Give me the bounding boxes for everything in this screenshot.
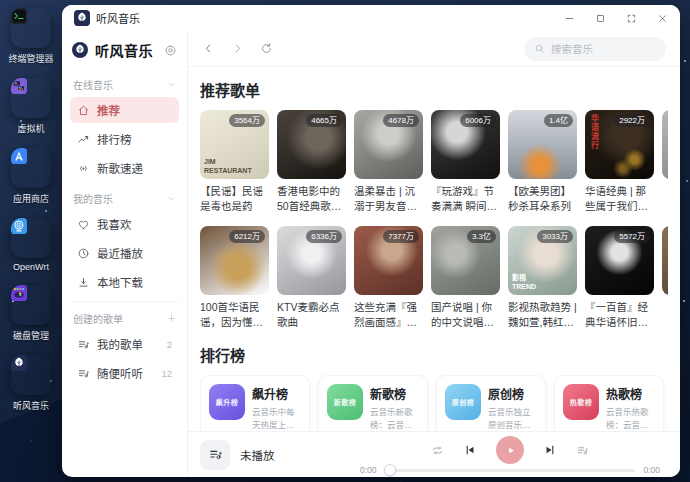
dock: 终端管理器虚拟机应用商店OpenWrt磁盘管理听风音乐 [0,0,62,482]
nav-back-button[interactable] [202,42,215,55]
playlist-card-clipped[interactable] [662,110,668,214]
desktop: 终端管理器虚拟机应用商店OpenWrt磁盘管理听风音乐 听风音乐 听风音乐 [0,0,690,482]
previous-track-button[interactable] [463,443,477,457]
fullscreen-button[interactable] [626,13,637,24]
playlist-cover[interactable]: 1.4亿 [508,110,577,179]
chevron-down-icon[interactable] [167,194,176,203]
sidebar-item-随便听听[interactable]: 随便听听12 [70,360,179,386]
window-controls [564,13,668,24]
current-playlist-button[interactable] [576,444,589,457]
progress-slider[interactable] [385,469,636,472]
playlist-cover[interactable]: 6212万 [200,226,269,295]
playlist-card[interactable]: 7377万这些充满『强烈画面感』的音乐 [354,226,423,330]
playlist-cover[interactable]: 4665万 [277,110,346,179]
sidebar-item-排行榜[interactable]: 排行榜 [70,126,179,152]
dock-item-openwrt[interactable]: OpenWrt [11,218,51,272]
playlist-title: 『玩游戏』节奏满满 瞬间爆炸 [431,184,500,214]
sidebar-item-推荐[interactable]: 推荐 [70,97,179,123]
dock-item-label: 听风音乐 [13,399,49,412]
play-count-badge: 1.4亿 [544,114,573,127]
cover-overlay-text: 影视 TREND [512,274,536,291]
playlist-card[interactable]: 6006万『玩游戏』节奏满满 瞬间爆炸 [431,110,500,214]
rank-description: 云音乐热歌榜：云音乐用... [606,406,655,431]
sidebar-item-我的歌单[interactable]: 我的歌单2 [70,331,179,357]
chevron-down-icon[interactable] [167,80,176,89]
playlist-icon [77,338,90,351]
playlist-cover[interactable]: 3564万JIM RESTAURANT [200,110,269,179]
playlist-cover [662,226,668,295]
play-count-badge: 6006万 [460,114,496,127]
cover-overlay-text: JIM RESTAURANT [204,158,252,175]
play-count-badge: 3.3亿 [467,230,496,243]
next-track-button[interactable] [543,443,557,457]
sidebar-item-label: 新歌速递 [97,160,143,176]
playlist-card[interactable]: 1.4亿【欧美男团】秒杀耳朵系列 [508,110,577,214]
close-button[interactable] [657,13,668,24]
sidebar-item-我喜欢[interactable]: 我喜欢 [70,211,179,237]
playlist-card[interactable]: 4665万香港电影中的50首经典歌曲 [追忆录] [277,110,346,214]
search-box[interactable] [524,37,666,61]
playlist-card[interactable]: 2922万华语流行华语经典 | 那些属于我们青春的一首歌... [585,110,654,214]
playlist-row-1: 3564万JIM RESTAURANT【民谣】民谣是毒也是药4665万香港电影中… [200,110,668,214]
rank-card-飙升榜[interactable]: 飙升榜飙升榜云音乐中每天热度上升最快... [200,375,310,431]
rank-name: 热歌榜 [606,385,655,402]
clock-icon [77,247,90,260]
playlist-cover[interactable]: 7377万 [354,226,423,295]
recommend-section-title: 推荐歌单 [200,79,668,100]
minimize-button[interactable] [564,13,575,24]
rank-icon: 飙升榜 [209,384,245,420]
playlist-cover[interactable]: 3.3亿 [431,226,500,295]
search-input[interactable] [551,43,656,55]
dock-item-disk[interactable]: 磁盘管理 [11,285,51,342]
playlist-cover[interactable]: 6006万 [431,110,500,179]
sidebar-item-本地下载[interactable]: 本地下载 [70,269,179,295]
rank-icon-label: 热歌榜 [570,397,593,407]
settings-gear-icon[interactable] [164,44,177,57]
playlist-card[interactable]: 4678万温柔暴击 | 沉溺于男友音的甜蜜乡 [354,110,423,214]
playlist-cover[interactable]: 2922万华语流行 [585,110,654,179]
playlist-card[interactable]: 3033万影视 TREND影视热歌趋势 | 魏如萱,韩红领衔呈现... [508,226,577,330]
playlist-card[interactable]: 5572万『一百首』经典华语怀旧老歌 [585,226,654,330]
dock-item-label: 虚拟机 [17,122,44,135]
rank-description: 云音乐独立原创音乐人作品... [488,406,537,431]
playlist-card[interactable]: 6336万KTV麦霸必点歌曲 [277,226,346,330]
dock-item-vm[interactable]: 虚拟机 [11,78,51,135]
playlist-cover[interactable]: 5572万 [585,226,654,295]
repeat-button[interactable] [431,444,444,457]
rank-icon: 原创榜 [445,384,481,420]
progress-knob[interactable] [384,464,396,476]
sidebar-item-label: 推荐 [97,102,120,118]
rank-card-热歌榜[interactable]: 热歌榜热歌榜云音乐热歌榜：云音乐用... [554,375,664,431]
playlist-title: 温柔暴击 | 沉溺于男友音的甜蜜乡 [354,184,423,214]
total-time: 0:00 [643,465,660,475]
sidebar-item-最近播放[interactable]: 最近播放 [70,240,179,266]
sidebar-section-label: 我的音乐 [70,184,179,211]
player-controls [431,436,589,464]
refresh-button[interactable] [260,42,273,55]
playlist-card[interactable]: 3564万JIM RESTAURANT【民谣】民谣是毒也是药 [200,110,269,214]
playlist-cover[interactable]: 6336万 [277,226,346,295]
nav-forward-button[interactable] [231,42,244,55]
dock-item-appstore[interactable]: 应用商店 [11,148,51,205]
play-count-badge: 5572万 [614,230,650,243]
playlist-card[interactable]: 3.3亿国产说唱 | 你的中文说唱旋律精选 [431,226,500,330]
sidebar-section-label: 在线音乐 [70,70,179,97]
playlist-cover[interactable]: 3033万影视 TREND [508,226,577,295]
dock-item-terminal[interactable]: 终端管理器 [8,8,53,65]
rank-card-原创榜[interactable]: 原创榜原创榜云音乐独立原创音乐人作品... [436,375,546,431]
dock-item-music-app[interactable]: 听风音乐 [11,355,51,412]
playlist-title: 100首华语民谣，因为懂得才有共鸣 [200,300,269,330]
playlist-card[interactable]: 6212万100首华语民谣，因为懂得才有共鸣 [200,226,269,330]
app-name: 听风音乐 [95,40,157,60]
maximize-button[interactable] [595,13,606,24]
sidebar-item-新歌速递[interactable]: 新歌速递 [70,155,179,181]
rank-card-新歌榜[interactable]: 新歌榜新歌榜云音乐新歌榜：云音乐用... [318,375,428,431]
topbar [188,31,680,67]
playlist-card-clipped[interactable] [662,226,668,330]
play-queue-button[interactable] [200,440,230,470]
add-playlist-icon[interactable] [167,314,176,323]
dock-item-label: 应用商店 [13,192,49,205]
play-button[interactable] [496,436,524,464]
playlist-cover[interactable]: 4678万 [354,110,423,179]
main-area: 推荐歌单 3564万JIM RESTAURANT【民谣】民谣是毒也是药4665万… [188,31,680,477]
